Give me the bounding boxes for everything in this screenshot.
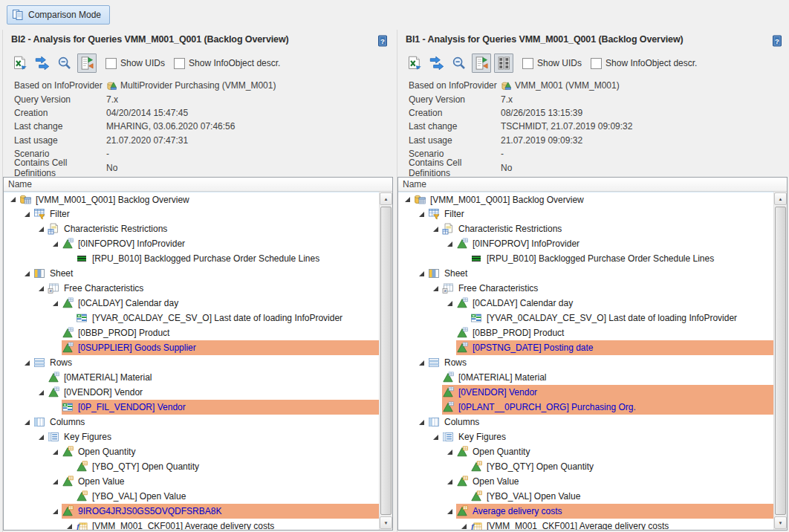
tree-row[interactable]: 9IROG4JRJS0GS5OVQDFSRBA8K <box>4 504 379 519</box>
help-icon[interactable] <box>377 35 389 47</box>
scroll-up-button[interactable]: ▲ <box>380 192 392 205</box>
export-to-spreadsheet-button[interactable] <box>10 53 30 73</box>
expander-icon[interactable] <box>418 359 426 367</box>
tree-column-header[interactable]: Name <box>4 178 392 192</box>
tree-row[interactable]: [0BBP_PROD] Product <box>398 325 773 340</box>
tree-row[interactable]: Open Value <box>398 474 773 489</box>
tree-row[interactable]: [0SUPPLIER] Goods Supplier <box>4 340 379 355</box>
expander-icon[interactable] <box>418 210 426 218</box>
tree-row[interactable]: Open Quantity <box>398 444 773 459</box>
compare-toggle-button[interactable] <box>472 53 491 73</box>
tree-row[interactable]: [YBO_VAL] Open Value <box>4 489 379 504</box>
vertical-scrollbar[interactable]: ▲ ▼ <box>773 192 787 530</box>
tree-row[interactable]: [0P_FIL_VENDOR] Vendor <box>4 400 379 415</box>
tree-row[interactable]: [YVAR_0CALDAY_CE_SV_O] Last date of load… <box>4 311 379 325</box>
zoom-out-button[interactable] <box>55 53 74 73</box>
expander-icon[interactable] <box>52 478 60 486</box>
expander-icon[interactable] <box>38 389 46 397</box>
tree-row[interactable]: Open Quantity <box>4 444 379 459</box>
tree-row[interactable]: Columns <box>398 415 773 429</box>
expander-icon[interactable] <box>10 195 18 204</box>
tree-row[interactable]: [0PSTNG_DATE] Posting date <box>398 340 773 355</box>
show-infoobject-descr-checkbox[interactable]: Show InfoObject descr. <box>591 58 697 69</box>
tree-row[interactable]: [VMM_M001_Q001] Backlog Overview <box>4 192 379 207</box>
expander-icon[interactable] <box>52 507 60 516</box>
show-uids-checkbox[interactable]: Show UIDs <box>105 58 165 69</box>
tree-row[interactable]: [0PLANT__0PURCH_ORG] Purchasing Org. <box>398 400 773 415</box>
expander-icon[interactable] <box>24 270 32 278</box>
expander-icon[interactable] <box>38 433 46 441</box>
tree-row[interactable]: [VMM_M001_Q001] Backlog Overview <box>398 192 773 207</box>
tree-row[interactable]: [0MATERIAL] Material <box>398 370 773 385</box>
expander-icon[interactable] <box>52 240 60 248</box>
expander-icon[interactable] <box>24 210 32 218</box>
tree-row[interactable]: [VMM_M001_CKF001] Average delivery costs <box>4 519 379 530</box>
checkbox-box[interactable] <box>522 58 533 69</box>
scroll-thumb[interactable] <box>380 207 392 515</box>
zoom-out-button[interactable] <box>449 53 469 73</box>
expander-icon[interactable] <box>38 225 46 233</box>
tree-row[interactable]: [VMM_M001_CKF001] Average delivery costs <box>398 519 773 530</box>
tree-row[interactable]: Sheet <box>398 266 773 281</box>
expander-icon[interactable] <box>447 240 455 248</box>
tree-row[interactable]: [0BBP_PROD] Product <box>4 325 379 340</box>
tree-row[interactable]: Free Characteristics <box>4 281 379 296</box>
expander-icon[interactable] <box>461 522 469 531</box>
expander-icon[interactable] <box>447 299 455 308</box>
expander-icon[interactable] <box>418 270 426 278</box>
tree-row[interactable]: [0CALDAY] Calendar day <box>4 296 379 311</box>
expander-icon[interactable] <box>52 448 60 456</box>
expander-icon[interactable] <box>447 448 455 456</box>
checkbox-box[interactable] <box>174 58 185 69</box>
tree-row[interactable]: Rows <box>4 355 379 370</box>
tree-row[interactable]: [0INFOPROV] InfoProvider <box>398 236 773 251</box>
tree-row[interactable]: [0CALDAY] Calendar day <box>398 296 773 311</box>
tree-row[interactable]: [YBO_QTY] Open Quantity <box>4 459 379 474</box>
expander-icon[interactable] <box>404 195 412 204</box>
tree-row[interactable]: Average delivery costs <box>398 504 773 519</box>
tree-row[interactable]: [0INFOPROV] InfoProvider <box>4 236 379 251</box>
scroll-down-button[interactable]: ▼ <box>380 516 392 529</box>
tree-row[interactable]: Open Value <box>4 474 379 489</box>
tree-row[interactable]: Columns <box>4 415 379 429</box>
tree-row[interactable]: Filter <box>398 207 773 221</box>
tree-row[interactable]: Key Figures <box>4 429 379 444</box>
show-uids-checkbox[interactable]: Show UIDs <box>522 58 582 69</box>
tree-row[interactable]: [0VENDOR] Vendor <box>398 385 773 400</box>
expander-icon[interactable] <box>52 299 60 308</box>
expander-icon[interactable] <box>447 478 455 486</box>
expander-icon[interactable] <box>432 285 441 293</box>
expander-icon[interactable] <box>447 507 455 516</box>
tree-row[interactable]: Rows <box>398 355 773 370</box>
tree-row[interactable]: [RPU_B010] Backlogged Purchase Order Sch… <box>4 251 379 266</box>
show-infoobject-descr-checkbox[interactable]: Show InfoObject descr. <box>174 58 280 69</box>
tree-row[interactable]: [RPU_B010] Backlogged Purchase Order Sch… <box>398 251 773 266</box>
scroll-up-button[interactable]: ▲ <box>774 192 787 205</box>
tree-row[interactable]: [0MATERIAL] Material <box>4 370 379 385</box>
expander-icon[interactable] <box>432 225 441 233</box>
transport-button[interactable] <box>33 53 52 73</box>
transport-button[interactable] <box>427 53 447 73</box>
tree-row[interactable]: Key Figures <box>398 429 773 444</box>
scroll-down-button[interactable]: ▼ <box>774 516 787 529</box>
technical-view-button[interactable] <box>494 53 513 73</box>
expander-icon[interactable] <box>432 433 441 441</box>
tree-row[interactable]: Characteristic Restrictions <box>4 221 379 236</box>
tree-row[interactable]: Filter <box>4 207 379 221</box>
expander-icon[interactable] <box>24 359 32 367</box>
comparison-mode-button[interactable]: Comparison Mode <box>7 5 110 25</box>
export-to-spreadsheet-button[interactable] <box>405 53 424 73</box>
help-icon[interactable] <box>771 35 783 47</box>
tree-row[interactable]: [YVAR_0CALDAY_CE_SV_O] Last date of load… <box>398 311 773 325</box>
tree-row[interactable]: [YBO_VAL] Open Value <box>398 489 773 504</box>
compare-toggle-button[interactable] <box>77 53 97 73</box>
expander-icon[interactable] <box>418 418 426 426</box>
tree-row[interactable]: Characteristic Restrictions <box>398 221 773 236</box>
tree-column-header[interactable]: Name <box>398 178 787 192</box>
checkbox-box[interactable] <box>105 58 117 69</box>
tree-row[interactable]: [YBO_QTY] Open Quantity <box>398 459 773 474</box>
vertical-scrollbar[interactable]: ▲ ▼ <box>379 192 392 530</box>
tree-row[interactable]: [0VENDOR] Vendor <box>4 385 379 400</box>
expander-icon[interactable] <box>24 418 32 426</box>
tree-row[interactable]: Free Characteristics <box>398 281 773 296</box>
